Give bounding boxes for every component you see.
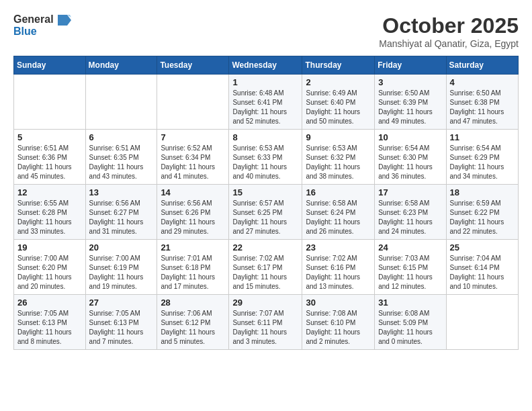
calendar-cell: 13Sunrise: 6:56 AMSunset: 6:27 PMDayligh… — [85, 185, 157, 240]
day-info: Sunrise: 7:03 AMSunset: 6:15 PMDaylight:… — [378, 254, 442, 291]
day-info: Sunrise: 7:06 AMSunset: 6:12 PMDaylight:… — [161, 309, 225, 347]
header: General Blue October 2025 Manshiyat al Q… — [13, 13, 519, 49]
day-number: 29 — [232, 298, 298, 308]
day-info: Sunrise: 6:51 AMSunset: 6:36 PMDaylight:… — [17, 144, 82, 181]
location-title: Manshiyat al Qanatir, Giza, Egypt — [379, 38, 519, 49]
calendar-cell — [157, 75, 229, 130]
weekday-header: Wednesday — [229, 56, 302, 75]
weekday-header: Sunday — [14, 56, 86, 75]
calendar-cell: 14Sunrise: 6:56 AMSunset: 6:26 PMDayligh… — [157, 185, 229, 240]
calendar-cell: 19Sunrise: 7:00 AMSunset: 6:20 PMDayligh… — [14, 240, 86, 295]
day-number: 18 — [450, 187, 515, 197]
day-info: Sunrise: 7:00 AMSunset: 6:20 PMDaylight:… — [17, 254, 82, 291]
day-info: Sunrise: 6:57 AMSunset: 6:25 PMDaylight:… — [232, 199, 298, 236]
day-info: Sunrise: 6:56 AMSunset: 6:27 PMDaylight:… — [89, 199, 154, 236]
day-info: Sunrise: 6:56 AMSunset: 6:26 PMDaylight:… — [161, 199, 225, 236]
calendar-cell: 29Sunrise: 7:07 AMSunset: 6:11 PMDayligh… — [229, 295, 302, 350]
calendar-cell — [85, 75, 157, 130]
weekday-header: Tuesday — [157, 56, 229, 75]
day-info: Sunrise: 6:53 AMSunset: 6:32 PMDaylight:… — [306, 144, 371, 181]
calendar-cell: 12Sunrise: 6:55 AMSunset: 6:28 PMDayligh… — [14, 185, 86, 240]
day-number: 27 — [89, 298, 154, 308]
calendar-cell: 25Sunrise: 7:04 AMSunset: 6:14 PMDayligh… — [446, 240, 518, 295]
day-number: 15 — [232, 187, 298, 197]
calendar-cell: 24Sunrise: 7:03 AMSunset: 6:15 PMDayligh… — [375, 240, 446, 295]
day-info: Sunrise: 6:51 AMSunset: 6:35 PMDaylight:… — [89, 144, 154, 181]
day-info: Sunrise: 6:54 AMSunset: 6:30 PMDaylight:… — [378, 144, 442, 181]
day-info: Sunrise: 7:08 AMSunset: 6:10 PMDaylight:… — [306, 309, 371, 347]
day-number: 16 — [306, 187, 371, 197]
day-number: 6 — [89, 132, 154, 142]
day-number: 14 — [161, 187, 225, 197]
day-info: Sunrise: 7:00 AMSunset: 6:19 PMDaylight:… — [89, 254, 154, 291]
calendar-cell: 1Sunrise: 6:48 AMSunset: 6:41 PMDaylight… — [229, 75, 302, 130]
weekday-header: Monday — [85, 56, 157, 75]
calendar-cell: 6Sunrise: 6:51 AMSunset: 6:35 PMDaylight… — [85, 130, 157, 185]
day-number: 17 — [378, 187, 442, 197]
calendar-cell: 9Sunrise: 6:53 AMSunset: 6:32 PMDaylight… — [302, 130, 375, 185]
svg-marker-0 — [58, 15, 71, 26]
day-number: 19 — [17, 242, 82, 253]
day-number: 21 — [161, 242, 225, 253]
calendar-week-row: 1Sunrise: 6:48 AMSunset: 6:41 PMDaylight… — [14, 75, 519, 130]
calendar-cell: 7Sunrise: 6:52 AMSunset: 6:34 PMDaylight… — [157, 130, 229, 185]
day-number: 26 — [17, 298, 82, 308]
day-number: 12 — [17, 187, 82, 197]
title-area: October 2025 Manshiyat al Qanatir, Giza,… — [379, 13, 519, 49]
calendar-cell: 15Sunrise: 6:57 AMSunset: 6:25 PMDayligh… — [229, 185, 302, 240]
calendar-cell: 26Sunrise: 7:05 AMSunset: 6:13 PMDayligh… — [14, 295, 86, 350]
calendar-cell — [446, 295, 518, 350]
weekday-header-row: SundayMondayTuesdayWednesdayThursdayFrid… — [14, 56, 519, 75]
day-number: 22 — [232, 242, 298, 253]
weekday-header: Friday — [375, 56, 446, 75]
day-number: 24 — [378, 242, 442, 253]
calendar-cell: 10Sunrise: 6:54 AMSunset: 6:30 PMDayligh… — [375, 130, 446, 185]
day-number: 7 — [161, 132, 225, 142]
day-info: Sunrise: 6:54 AMSunset: 6:29 PMDaylight:… — [450, 144, 515, 181]
calendar-cell: 3Sunrise: 6:50 AMSunset: 6:39 PMDaylight… — [375, 75, 446, 130]
day-info: Sunrise: 6:59 AMSunset: 6:22 PMDaylight:… — [450, 199, 515, 236]
day-number: 11 — [450, 132, 515, 142]
calendar-cell: 18Sunrise: 6:59 AMSunset: 6:22 PMDayligh… — [446, 185, 518, 240]
day-info: Sunrise: 7:02 AMSunset: 6:16 PMDaylight:… — [306, 254, 371, 291]
weekday-header: Saturday — [446, 56, 518, 75]
day-number: 10 — [378, 132, 442, 142]
day-info: Sunrise: 7:07 AMSunset: 6:11 PMDaylight:… — [232, 309, 298, 347]
weekday-header: Thursday — [302, 56, 375, 75]
calendar-cell: 21Sunrise: 7:01 AMSunset: 6:18 PMDayligh… — [157, 240, 229, 295]
calendar-cell — [14, 75, 86, 130]
day-number: 30 — [306, 298, 371, 308]
logo: General Blue — [13, 13, 71, 37]
day-info: Sunrise: 6:58 AMSunset: 6:23 PMDaylight:… — [378, 199, 442, 236]
month-title: October 2025 — [379, 13, 519, 38]
calendar-cell: 17Sunrise: 6:58 AMSunset: 6:23 PMDayligh… — [375, 185, 446, 240]
calendar-week-row: 5Sunrise: 6:51 AMSunset: 6:36 PMDaylight… — [14, 130, 519, 185]
day-number: 25 — [450, 242, 515, 253]
calendar-cell: 27Sunrise: 7:05 AMSunset: 6:13 PMDayligh… — [85, 295, 157, 350]
calendar-cell: 23Sunrise: 7:02 AMSunset: 6:16 PMDayligh… — [302, 240, 375, 295]
day-number: 2 — [306, 77, 371, 87]
day-number: 1 — [232, 77, 298, 87]
day-number: 4 — [450, 77, 515, 87]
day-number: 8 — [232, 132, 298, 142]
day-info: Sunrise: 6:48 AMSunset: 6:41 PMDaylight:… — [232, 89, 298, 126]
calendar-cell: 28Sunrise: 7:06 AMSunset: 6:12 PMDayligh… — [157, 295, 229, 350]
day-info: Sunrise: 7:02 AMSunset: 6:17 PMDaylight:… — [232, 254, 298, 291]
day-number: 9 — [306, 132, 371, 142]
calendar-cell: 16Sunrise: 6:58 AMSunset: 6:24 PMDayligh… — [302, 185, 375, 240]
calendar-cell: 20Sunrise: 7:00 AMSunset: 6:19 PMDayligh… — [85, 240, 157, 295]
day-number: 28 — [161, 298, 225, 308]
calendar-week-row: 26Sunrise: 7:05 AMSunset: 6:13 PMDayligh… — [14, 295, 519, 350]
calendar-cell: 5Sunrise: 6:51 AMSunset: 6:36 PMDaylight… — [14, 130, 86, 185]
calendar-cell: 4Sunrise: 6:50 AMSunset: 6:38 PMDaylight… — [446, 75, 518, 130]
calendar-cell: 11Sunrise: 6:54 AMSunset: 6:29 PMDayligh… — [446, 130, 518, 185]
day-number: 23 — [306, 242, 371, 253]
calendar-cell: 31Sunrise: 6:08 AMSunset: 5:09 PMDayligh… — [375, 295, 446, 350]
day-info: Sunrise: 6:50 AMSunset: 6:38 PMDaylight:… — [450, 89, 515, 126]
day-info: Sunrise: 6:55 AMSunset: 6:28 PMDaylight:… — [17, 199, 82, 236]
day-info: Sunrise: 6:58 AMSunset: 6:24 PMDaylight:… — [306, 199, 371, 236]
calendar-cell: 30Sunrise: 7:08 AMSunset: 6:10 PMDayligh… — [302, 295, 375, 350]
day-number: 13 — [89, 187, 154, 197]
calendar-week-row: 12Sunrise: 6:55 AMSunset: 6:28 PMDayligh… — [14, 185, 519, 240]
day-info: Sunrise: 6:49 AMSunset: 6:40 PMDaylight:… — [306, 89, 371, 126]
